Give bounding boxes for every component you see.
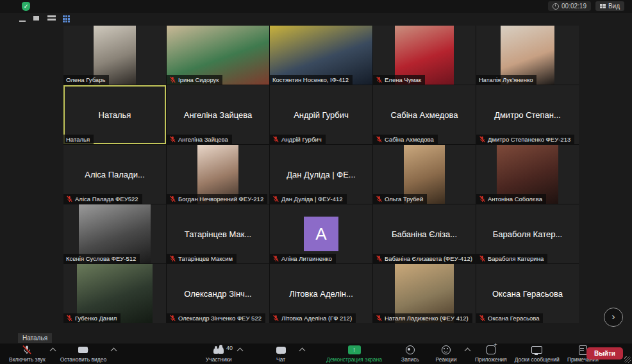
participant-tile[interactable]: Губенко Данил bbox=[63, 264, 166, 323]
participant-tile[interactable]: ААліна Литвиненко bbox=[270, 204, 372, 263]
participant-tile[interactable]: Антоніна Соболєва bbox=[476, 145, 579, 204]
participant-tile[interactable]: Літовка Аделін...Літовка Аделіна (ГФ 212… bbox=[270, 264, 372, 323]
participant-name-label: Андрій Гурбич bbox=[270, 135, 326, 144]
participant-name-label: Губенко Данил bbox=[63, 313, 121, 323]
apps-icon bbox=[486, 345, 495, 355]
whiteboards-button[interactable]: Доски сообщений bbox=[511, 343, 563, 364]
share-screen-button[interactable]: ↑ Демонстрация экрана bbox=[322, 343, 386, 364]
participants-chevron[interactable] bbox=[237, 348, 244, 354]
participants-count: 40 bbox=[226, 345, 233, 351]
participant-tile[interactable]: Богдан Нечворенний ФЕУ-212 bbox=[167, 145, 269, 204]
record-icon bbox=[406, 345, 415, 355]
security-shield-icon[interactable]: ✓ bbox=[22, 2, 30, 11]
participant-name-label: Аліна Литвиненко bbox=[270, 254, 336, 263]
participant-tile[interactable]: Аліса Палади...Аліса Палада ФЕУ522 bbox=[63, 145, 166, 204]
unmute-label: Включить звук bbox=[9, 356, 46, 363]
share-screen-icon: ↑ bbox=[348, 345, 361, 355]
participant-name-label: Ксенія Суслова ФЕУ-512 bbox=[63, 254, 140, 263]
participant-name-label: Елена Чумак bbox=[373, 75, 425, 85]
participant-name-label: Олександр Зінченко ФЕУ 522 bbox=[167, 313, 265, 323]
window-controls bbox=[0, 13, 632, 24]
participant-name-label: Ірина Сидорук bbox=[167, 75, 222, 85]
whiteboard-icon bbox=[531, 345, 542, 355]
participant-tile[interactable]: Дан Дуліда | ФЕ...Дан Дуліда | ФЕУ-412 bbox=[270, 145, 372, 204]
participant-tile[interactable]: Олександр Зінч...Олександр Зінченко ФЕУ … bbox=[167, 264, 269, 323]
view-grid-icon bbox=[600, 4, 606, 8]
minimize-button[interactable] bbox=[19, 15, 26, 22]
participant-name-label: Ангеліна Зайцева bbox=[167, 135, 232, 144]
reactions-icon bbox=[442, 345, 451, 355]
notes-icon bbox=[579, 345, 587, 355]
unmute-button[interactable]: Включить звук bbox=[5, 343, 49, 364]
participants-button[interactable]: 40 Участники bbox=[201, 343, 237, 364]
participant-tile[interactable]: Андрій ГурбичАндрій Гурбич bbox=[270, 85, 372, 144]
participant-name-label: Дан Дуліда | ФЕУ-412 bbox=[270, 194, 347, 204]
apps-button[interactable]: Приложения bbox=[471, 343, 511, 364]
meeting-timer: 00:02:19 bbox=[548, 1, 591, 11]
next-page-button[interactable]: › bbox=[604, 308, 623, 327]
participant-grid: Олена ГубарьІрина СидорукКостянтин Носен… bbox=[63, 26, 579, 323]
stop-video-label: Остановить видео bbox=[60, 356, 106, 363]
reactions-button[interactable]: Реакции bbox=[428, 343, 464, 364]
camera-icon bbox=[78, 345, 88, 355]
participant-tile[interactable]: Наталія Лук'яненко bbox=[476, 26, 579, 85]
participant-avatar: А bbox=[304, 217, 338, 251]
stop-video-button[interactable]: Остановить видео bbox=[56, 343, 110, 364]
reactions-label: Реакции bbox=[436, 356, 457, 363]
participant-tile[interactable]: Бараболя Катер...Бараболя Катерина bbox=[476, 204, 579, 263]
video-options-chevron[interactable] bbox=[111, 348, 117, 354]
audio-options-chevron[interactable] bbox=[49, 348, 56, 354]
resize-handle[interactable] bbox=[624, 356, 631, 363]
participant-name-label: Аліса Палада ФЕУ522 bbox=[63, 194, 142, 204]
participant-name-label: Сабіна Ахмедова bbox=[373, 135, 438, 144]
leave-button[interactable]: Выйти bbox=[586, 347, 623, 360]
participants-label: Участники bbox=[206, 356, 232, 363]
participant-tile[interactable]: Татарінцев Мак...Татарінцев Максим bbox=[167, 204, 269, 263]
participant-tile[interactable]: Наталя Ладиженко (ФЕУ 412) bbox=[373, 264, 476, 323]
reactions-chevron[interactable] bbox=[465, 348, 471, 354]
participant-name-label: Костянтин Носенко, ІФ-412 bbox=[270, 75, 353, 85]
muted-mic-icon bbox=[22, 345, 32, 355]
participant-tile[interactable]: Костянтин Носенко, ІФ-412 bbox=[270, 26, 372, 85]
participant-tile[interactable]: НатальяНаталья bbox=[63, 85, 166, 144]
participant-tile[interactable]: Бабаніна Єліза...Бабаніна Єлизавета (ФЕУ… bbox=[373, 204, 476, 263]
participant-name-label: Дмитро Степаненко ФЕУ-213 bbox=[476, 135, 574, 144]
participant-name-label: Бабаніна Єлизавета (ФЕУ-412) bbox=[373, 254, 476, 263]
zoom-meeting-window: ✓ 00:02:19 Вид Олена ГубарьІрина Сидорук… bbox=[0, 0, 632, 364]
participant-name: Сабіна Ахмедова bbox=[387, 110, 462, 120]
participant-tile[interactable]: Ольга Трубей bbox=[373, 145, 476, 204]
chat-chevron[interactable] bbox=[299, 348, 306, 354]
record-button[interactable]: Запись bbox=[392, 343, 428, 364]
participant-tile[interactable]: Олена Губарь bbox=[63, 26, 166, 85]
share-screen-label: Демонстрация экрана bbox=[326, 356, 382, 363]
participant-name-label: Богдан Нечворенний ФЕУ-212 bbox=[167, 194, 267, 204]
view-button[interactable]: Вид bbox=[595, 1, 624, 11]
participant-name: Бараболя Катер... bbox=[489, 229, 566, 239]
gallery-view-button[interactable] bbox=[63, 15, 72, 22]
participant-tile[interactable]: Елена Чумак bbox=[373, 26, 476, 85]
participant-tile[interactable]: Ірина Сидорук bbox=[167, 26, 269, 85]
participant-name-label: Олена Губарь bbox=[63, 75, 109, 85]
participant-tile[interactable]: Ангеліна ЗайцеваАнгеліна Зайцева bbox=[167, 85, 269, 144]
participant-tile[interactable]: Оксана ГерасьоваОксана Герасьова bbox=[476, 264, 579, 323]
restore-button[interactable] bbox=[33, 16, 39, 21]
participant-name-label: Антоніна Соболєва bbox=[476, 194, 546, 204]
record-label: Запись bbox=[401, 356, 419, 363]
participant-name-label: Оксана Герасьова bbox=[476, 313, 543, 323]
speaker-view-button[interactable] bbox=[47, 15, 56, 22]
participant-name-label: Ольга Трубей bbox=[373, 194, 427, 204]
top-bar: ✓ 00:02:19 Вид bbox=[0, 0, 632, 13]
participant-name: Аліса Палади... bbox=[81, 170, 149, 179]
chat-button[interactable]: Чат bbox=[263, 343, 299, 364]
timer-text: 00:02:19 bbox=[561, 3, 586, 10]
chat-label: Чат bbox=[276, 356, 285, 363]
participant-name: Дмитро Степан... bbox=[490, 110, 565, 120]
participant-tile[interactable]: Ксенія Суслова ФЕУ-512 bbox=[63, 204, 166, 263]
participant-name: Оксана Герасьова bbox=[488, 289, 567, 299]
participant-tile[interactable]: Дмитро Степан...Дмитро Степаненко ФЕУ-21… bbox=[476, 85, 579, 144]
self-name-label: Наталья bbox=[18, 333, 52, 343]
participant-name-label: Наталя Ладиженко (ФЕУ 412) bbox=[373, 313, 472, 323]
participant-name: Ангеліна Зайцева bbox=[180, 110, 256, 120]
whiteboards-label: Доски сообщений bbox=[515, 356, 560, 363]
participant-tile[interactable]: Сабіна АхмедоваСабіна Ахмедова bbox=[373, 85, 476, 144]
